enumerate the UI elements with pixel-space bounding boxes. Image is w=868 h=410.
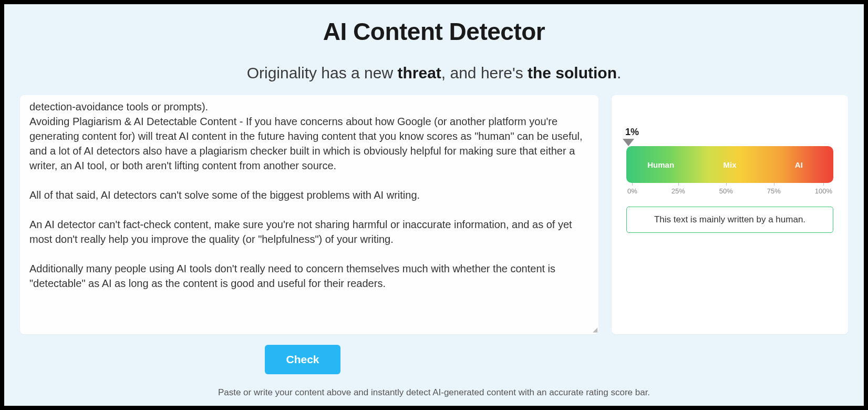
tick-100: 100% xyxy=(815,187,832,195)
actions-row: Check xyxy=(15,345,853,374)
page-title: AI Content Detector xyxy=(15,17,853,46)
result-panel: 1% Human Mix AI 0% 25% 50% 75% 100% This… xyxy=(612,95,848,334)
content-textarea[interactable]: detection-avoidance tools or prompts). A… xyxy=(29,99,589,330)
tick-25: 25% xyxy=(671,187,685,195)
bar-label-mix: Mix xyxy=(695,160,764,169)
main-row: detection-avoidance tools or prompts). A… xyxy=(15,95,853,334)
result-message: This text is mainly written by a human. xyxy=(626,207,833,233)
bar-label-human: Human xyxy=(626,160,695,169)
check-button[interactable]: Check xyxy=(265,345,340,374)
score-gradient-bar: Human Mix AI xyxy=(626,146,833,183)
subtitle-part: . xyxy=(617,64,621,81)
page-container: AI Content Detector Originality has a ne… xyxy=(4,4,864,406)
tick-75: 75% xyxy=(767,187,781,195)
score-tick-row: 0% 25% 50% 75% 100% xyxy=(626,187,833,195)
score-pointer-row xyxy=(626,139,833,146)
text-input-panel: detection-avoidance tools or prompts). A… xyxy=(20,95,598,334)
subtitle-part: , and here's xyxy=(441,64,528,81)
subtitle-bold: the solution xyxy=(528,64,617,81)
tick-50: 50% xyxy=(719,187,733,195)
page-subtitle: Originality has a new threat, and here's… xyxy=(15,64,853,82)
subtitle-bold: threat xyxy=(397,64,441,81)
score-percent-label: 1% xyxy=(625,127,833,138)
resize-handle-icon[interactable]: ◢ xyxy=(593,326,597,333)
bar-label-ai: AI xyxy=(764,160,833,169)
subtitle-part: Originality has a new xyxy=(247,64,398,81)
tick-0: 0% xyxy=(627,187,637,195)
score-pointer-icon xyxy=(623,139,634,146)
hint-text: Paste or write your content above and in… xyxy=(15,387,853,398)
